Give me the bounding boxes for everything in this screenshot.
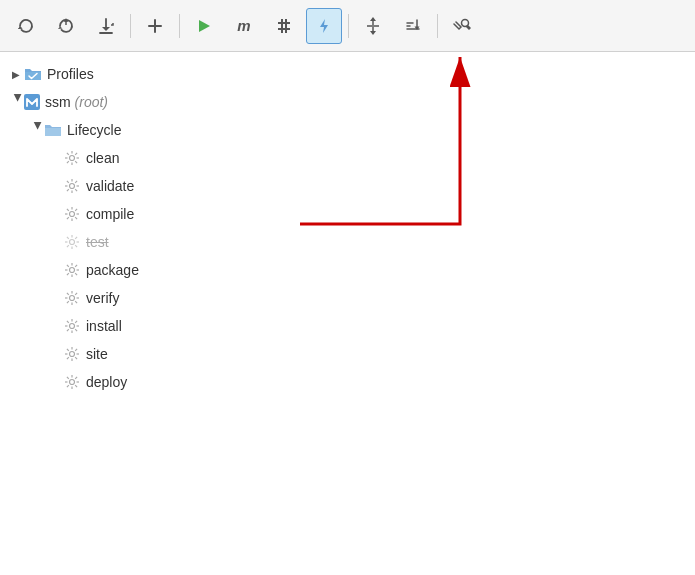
svg-marker-1 <box>58 26 63 29</box>
svg-line-104 <box>67 377 69 379</box>
site-label: site <box>86 346 108 362</box>
svg-line-69 <box>75 273 77 275</box>
verify-label: verify <box>86 290 119 306</box>
svg-marker-17 <box>370 17 376 21</box>
svg-line-106 <box>75 377 77 379</box>
ssm-suffix: (root) <box>71 94 108 110</box>
run-button[interactable] <box>186 8 222 44</box>
expand-icon-profiles: ▶ <box>8 66 24 82</box>
gear-icon-deploy <box>64 374 80 390</box>
svg-line-61 <box>75 237 77 239</box>
test-label: test <box>86 234 109 250</box>
separator-1 <box>130 14 131 38</box>
svg-line-52 <box>75 209 77 211</box>
svg-marker-18 <box>370 31 376 35</box>
svg-line-62 <box>67 245 69 247</box>
tree-panel: ▶ Profiles ▶ ssm (root) ▶ <box>0 52 695 404</box>
execute-goal-button[interactable] <box>306 8 342 44</box>
svg-line-50 <box>67 209 69 211</box>
lifecycle-folder-icon <box>44 123 62 138</box>
svg-line-97 <box>75 349 77 351</box>
clean-label: clean <box>86 150 119 166</box>
svg-point-63 <box>70 268 75 273</box>
svg-marker-5 <box>102 27 110 31</box>
tree-item-site[interactable]: ▶ site <box>0 340 695 368</box>
tree-item-test[interactable]: ▶ test <box>0 228 695 256</box>
gear-icon-clean <box>64 150 80 166</box>
svg-line-80 <box>67 301 69 303</box>
svg-marker-9 <box>199 20 210 32</box>
svg-line-87 <box>75 329 77 331</box>
validate-label: validate <box>86 178 134 194</box>
gear-icon-validate <box>64 178 80 194</box>
tree-item-profiles[interactable]: ▶ Profiles <box>0 60 695 88</box>
gear-icon-test <box>64 234 80 250</box>
maven-button[interactable]: m <box>226 8 262 44</box>
svg-line-68 <box>67 265 69 267</box>
svg-line-35 <box>67 161 69 163</box>
tree-item-ssm[interactable]: ▶ ssm (root) <box>0 88 695 116</box>
reload-button[interactable] <box>48 8 84 44</box>
svg-line-59 <box>67 237 69 239</box>
svg-point-90 <box>70 352 75 357</box>
toolbar: m <box>0 0 695 52</box>
svg-line-96 <box>75 357 77 359</box>
svg-point-27 <box>70 156 75 161</box>
compile-label: compile <box>86 206 134 222</box>
svg-point-36 <box>70 184 75 189</box>
svg-marker-0 <box>18 26 23 29</box>
svg-line-98 <box>67 357 69 359</box>
svg-point-45 <box>70 212 75 217</box>
svg-line-51 <box>75 217 77 219</box>
svg-point-81 <box>70 324 75 329</box>
ssm-name: ssm <box>45 94 71 110</box>
ssm-maven-icon <box>24 94 40 110</box>
download-button[interactable] <box>88 8 124 44</box>
svg-point-72 <box>70 296 75 301</box>
tree-item-lifecycle[interactable]: ▶ Lifecycle <box>0 116 695 144</box>
svg-line-33 <box>75 161 77 163</box>
svg-line-78 <box>75 301 77 303</box>
tree-item-clean[interactable]: ▶ clean <box>0 144 695 172</box>
install-label: install <box>86 318 122 334</box>
deploy-label: deploy <box>86 374 127 390</box>
ssm-label: ssm (root) <box>45 94 108 110</box>
svg-line-95 <box>67 349 69 351</box>
expand-icon-lifecycle: ▶ <box>28 122 44 138</box>
gear-icon-verify <box>64 290 80 306</box>
tree-view-button[interactable] <box>355 8 391 44</box>
gear-icon-package <box>64 262 80 278</box>
gear-icon-install <box>64 318 80 334</box>
svg-line-77 <box>67 293 69 295</box>
tree-item-compile[interactable]: ▶ compile <box>0 200 695 228</box>
svg-marker-14 <box>320 19 328 33</box>
settings-button[interactable] <box>444 8 480 44</box>
tree-item-install[interactable]: ▶ install <box>0 312 695 340</box>
tree-item-verify[interactable]: ▶ verify <box>0 284 695 312</box>
profiles-folder-icon <box>24 67 42 82</box>
svg-line-34 <box>75 153 77 155</box>
tree-item-deploy[interactable]: ▶ deploy <box>0 368 695 396</box>
svg-line-105 <box>75 385 77 387</box>
add-button[interactable] <box>137 8 173 44</box>
svg-line-32 <box>67 153 69 155</box>
svg-line-79 <box>75 293 77 295</box>
tree-item-package[interactable]: ▶ package <box>0 256 695 284</box>
svg-line-89 <box>67 329 69 331</box>
svg-line-44 <box>67 189 69 191</box>
svg-point-54 <box>70 240 75 245</box>
separator-3 <box>348 14 349 38</box>
svg-line-43 <box>75 181 77 183</box>
refresh-button[interactable] <box>8 8 44 44</box>
svg-line-42 <box>75 189 77 191</box>
gear-icon-site <box>64 346 80 362</box>
svg-line-70 <box>75 265 77 267</box>
separator-4 <box>437 14 438 38</box>
package-label: package <box>86 262 139 278</box>
profiles-label: Profiles <box>47 66 94 82</box>
svg-point-99 <box>70 380 75 385</box>
tree-item-validate[interactable]: ▶ validate <box>0 172 695 200</box>
toggle-offline-button[interactable] <box>266 8 302 44</box>
svg-line-86 <box>67 321 69 323</box>
sort-button[interactable] <box>395 8 431 44</box>
